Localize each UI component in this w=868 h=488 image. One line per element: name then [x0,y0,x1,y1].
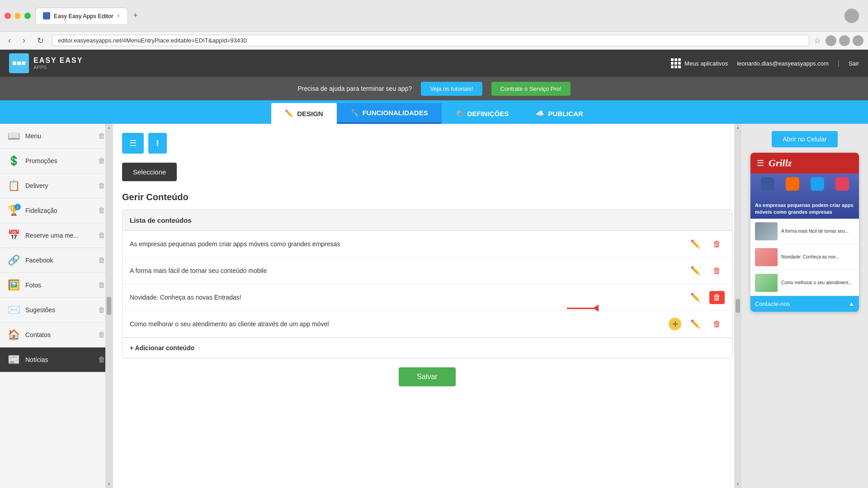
list-item-text-3: Novidade: Conheça as novas Entradas! [130,294,681,301]
sidebar-delete-promocoes[interactable]: 🗑 [98,157,105,165]
sidebar-label-facebook: Facebook [25,257,93,264]
info-btn[interactable]: I [148,133,167,154]
facebook-icon: 🔗 [7,254,20,266]
maximize-window-btn[interactable] [24,13,31,19]
sugestoes-icon: ✉️ [7,304,20,316]
new-tab-btn[interactable]: + [130,9,142,22]
sidebar-delete-contatos[interactable]: 🗑 [98,331,105,339]
sidebar-item-delivery[interactable]: 📋 Delivery 🗑 [0,174,113,198]
logo-box [9,53,29,73]
delete-btn-3-highlighted[interactable]: 🗑 [709,291,725,304]
sair-btn[interactable]: Sair [849,60,859,67]
forward-btn[interactable]: › [19,34,29,47]
open-mobile-btn[interactable]: Abrir no Celular [772,131,837,147]
sidebar-label-fotos: Fotos [25,282,93,289]
promo-text: Precisa de ajuda para terminar seu app? [297,85,412,92]
edit-btn-3[interactable]: ✏️ [687,291,704,304]
sidebar-item-reserve[interactable]: 📅 Reserve uma me... 🗑 [0,223,113,248]
phone-hero-icons [750,177,859,191]
select-btn[interactable]: Seleccione [122,163,177,181]
tab-design[interactable]: ✏️ DESIGN [271,103,337,124]
edit-btn-2[interactable]: ✏️ [687,264,704,277]
sidebar-item-noticias[interactable]: 📰 Notícias 🗑 [0,347,113,372]
minimize-window-btn[interactable] [14,13,21,19]
bookmark-icon[interactable]: ☆ [814,36,821,46]
phone-hero: As empresas pequenas podem criar apps mó… [750,174,859,219]
sidebar-delete-menu[interactable]: 🗑 [98,132,105,140]
content-list-box: Lista de conteúdos As empresas pequenas … [122,210,732,358]
refresh-btn[interactable]: ↻ [33,34,47,47]
phone-list-text-3: Como melhorar o seu atendiment... [781,280,852,286]
phone-list: A forma mais fácil de tornar seu... Novi… [750,219,859,296]
tab-func-label: FUNCIONALIDADES [363,109,428,117]
edit-btn-1[interactable]: ✏️ [687,237,704,251]
content-scroll-down[interactable]: ▼ [736,482,740,486]
back-btn[interactable]: ‹ [5,34,14,47]
tab-def[interactable]: ⚙️ DEFINIÇÕES [442,103,523,124]
scroll-down-icon[interactable]: ▼ [107,482,111,486]
my-apps-btn[interactable]: Meus aplicativos [671,58,728,68]
pro-btn[interactable]: Contrate o Serviço Pro! [491,82,571,96]
sidebar-item-fidelizacao[interactable]: 🏆1 Fidelização 🗑 [0,198,113,223]
tab-def-label: DEFINIÇÕES [467,110,509,117]
sidebar-delete-noticias[interactable]: 🗑 [98,356,105,364]
address-input[interactable] [52,35,809,46]
phone-icon-4 [835,177,849,191]
phone-bottom-label: Contacte-nos [755,300,790,307]
sidebar-item-contatos[interactable]: 🏠 Contatos 🗑 [0,323,113,347]
tab-close-btn[interactable]: × [117,13,120,19]
design-icon: ✏️ [285,109,293,117]
content-area: ▲ ▼ ☰ I Seleccione Gerir Conteúdo Lista … [113,124,741,488]
fidelizacao-icon: 🏆1 [7,205,20,216]
scroll-up-icon[interactable]: ▲ [107,126,111,130]
phone-hero-text: As empresas pequenas podem criar apps mó… [755,202,854,215]
phone-icon-2 [786,177,799,191]
tab-bar: Easy Easy Apps Editor × + [35,8,142,24]
sidebar-delete-fidelizacao[interactable]: 🗑 [98,206,105,215]
sidebar-label-promocoes: Promoções [25,157,93,164]
content-scroll-up[interactable]: ▲ [736,126,740,130]
list-item: As empresas pequenas podem criar apps mó… [123,231,732,258]
add-content-btn[interactable]: + Adicionar conteúdo [123,338,732,358]
list-item-text-2: A forma mais fácil de tornar seu conteúd… [130,267,681,274]
sidebar-label-fidelizacao: Fidelização [25,207,93,214]
tutorial-btn[interactable]: Veja os tutoriais! [421,82,482,96]
logo-main: EASY EASY [33,56,83,65]
active-tab[interactable]: Easy Easy Apps Editor × [35,8,128,24]
pub-icon: ☁️ [536,109,544,117]
phone-list-item-1: A forma mais fácil de tornar seu... [750,219,859,244]
main-layout: ▲ ▼ 📖 Menu 🗑 💲 Promoções 🗑 📋 Delivery 🗑 … [0,124,868,488]
phone-thumb-1 [755,222,778,240]
content-list-header: Lista de conteúdos [123,210,732,231]
phone-icon-3 [811,177,824,191]
edit-btn-4[interactable]: ✏️ [687,317,704,331]
sidebar-delete-fotos[interactable]: 🗑 [98,281,105,289]
tab-pub[interactable]: ☁️ PUBLICAR [522,103,597,124]
sidebar-label-reserve: Reserve uma me... [25,232,93,239]
sidebar-item-facebook[interactable]: 🔗 Facebook 🗑 [0,248,113,273]
sidebar-delete-facebook[interactable]: 🗑 [98,256,105,264]
extension-icon-1 [826,35,836,46]
sidebar-delete-sugestoes[interactable]: 🗑 [98,306,105,314]
sidebar-delete-reserve[interactable]: 🗑 [98,231,105,239]
delete-btn-4[interactable]: 🗑 [709,318,725,331]
close-window-btn[interactable] [5,13,11,19]
sidebar-item-promocoes[interactable]: 💲 Promoções 🗑 [0,149,113,174]
sidebar-item-menu[interactable]: 📖 Menu 🗑 [0,124,113,149]
delete-btn-1[interactable]: 🗑 [709,238,725,251]
tab-func[interactable]: 🔧 FUNCIONALIDADES [337,103,442,124]
delete-btn-2[interactable]: 🗑 [709,264,725,277]
save-btn[interactable]: Salvar [399,367,455,386]
save-area: Salvar [122,367,732,386]
app-header: EASY EASY APPS Meus aplicativos leonardo… [0,50,868,77]
menu-toggle-btn[interactable]: ☰ [122,133,144,154]
sidebar-item-fotos[interactable]: 🖼️ Fotos 🗑 [0,273,113,298]
promo-bar: Precisa de ajuda para terminar seu app? … [0,77,868,100]
sidebar-scrollbar: ▲ ▼ [105,124,113,488]
content-scroll-thumb [736,299,740,313]
logo-area: EASY EASY APPS [9,53,83,73]
sidebar-delete-delivery[interactable]: 🗑 [98,182,105,190]
drag-handle[interactable]: ✛ [669,318,681,330]
header-divider: | [838,59,840,67]
sidebar-item-sugestoes[interactable]: ✉️ Sugestões 🗑 [0,298,113,323]
